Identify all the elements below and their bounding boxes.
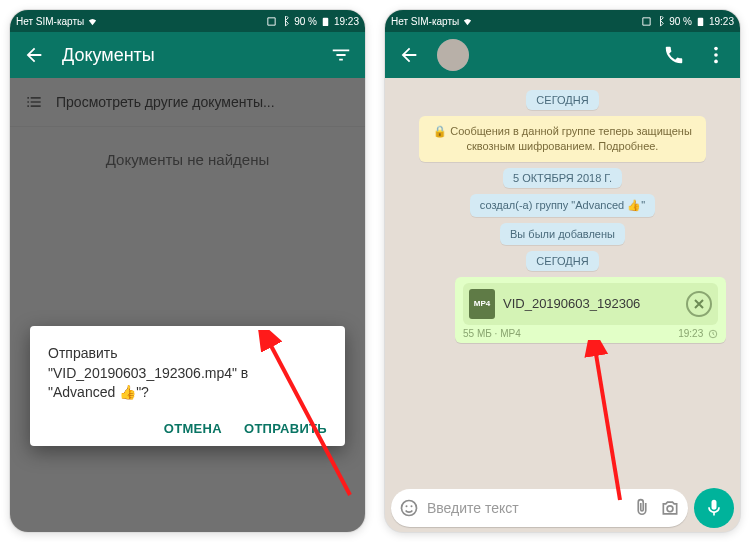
svg-point-4 — [714, 53, 718, 57]
svg-point-7 — [402, 501, 417, 516]
cancel-button[interactable]: ОТМЕНА — [164, 421, 222, 436]
bluetooth-icon — [655, 16, 666, 27]
dialog-line1: Отправить — [48, 345, 117, 361]
phone-plus-icon — [663, 44, 685, 66]
file-size: 55 МБ · MP4 — [463, 328, 521, 339]
date-chip-today: СЕГОДНЯ — [526, 90, 598, 110]
filter-button[interactable] — [327, 41, 355, 69]
svg-point-3 — [714, 47, 718, 51]
date-chip-today-2: СЕГОДНЯ — [526, 251, 598, 271]
appbar-documents: Документы — [10, 32, 365, 78]
battery-text: 90 % — [669, 16, 692, 27]
file-name: VID_20190603_192306 — [503, 296, 678, 311]
message-input-bar: Введите текст — [385, 484, 740, 532]
phone-left: Нет SIM-карты 90 % 19:23 Документы — [10, 10, 365, 532]
back-button[interactable] — [395, 41, 423, 69]
modal-scrim[interactable] — [10, 78, 365, 532]
call-button[interactable] — [660, 41, 688, 69]
carrier-text: Нет SIM-карты — [391, 16, 459, 27]
file-attachment[interactable]: MP4 VID_20190603_192306 — [463, 283, 718, 325]
group-avatar[interactable] — [437, 39, 469, 71]
menu-button[interactable] — [702, 41, 730, 69]
bluetooth-icon — [280, 16, 291, 27]
wifi-icon — [462, 16, 473, 27]
arrow-left-icon — [398, 44, 420, 66]
arrow-left-icon — [23, 44, 45, 66]
close-icon — [694, 299, 704, 309]
appbar-chat — [385, 32, 740, 78]
back-button[interactable] — [20, 41, 48, 69]
svg-point-8 — [406, 505, 408, 507]
message-input[interactable]: Введите текст — [391, 489, 688, 527]
emoji-icon[interactable] — [399, 498, 419, 518]
camera-icon[interactable] — [660, 498, 680, 518]
clock-text: 19:23 — [334, 16, 359, 27]
status-bar: Нет SIM-карты 90 % 19:23 — [10, 10, 365, 32]
send-button[interactable]: ОТПРАВИТЬ — [244, 421, 327, 436]
filter-icon — [330, 44, 352, 66]
page-title: Документы — [62, 45, 313, 66]
voice-record-button[interactable] — [694, 488, 734, 528]
battery-text: 90 % — [294, 16, 317, 27]
documents-body: Просмотреть другие документы... Документ… — [10, 78, 365, 532]
clock-text: 19:23 — [709, 16, 734, 27]
send-dialog: Отправить "VID_20190603_192306.mp4" в "A… — [30, 326, 345, 446]
dialog-line2: "VID_20190603_192306.mp4" в — [48, 365, 248, 381]
svg-rect-0 — [323, 17, 329, 25]
mic-icon — [704, 498, 724, 518]
svg-point-5 — [714, 60, 718, 64]
system-group-created: создал(-а) группу "Advanced 👍" — [470, 194, 655, 217]
time-text: 19:23 — [678, 328, 703, 339]
carrier-text: Нет SIM-карты — [16, 16, 84, 27]
cancel-upload-button[interactable] — [686, 291, 712, 317]
phone-right: Нет SIM-карты 90 % 19:23 — [385, 10, 740, 532]
input-placeholder: Введите текст — [427, 500, 624, 516]
status-bar: Нет SIM-карты 90 % 19:23 — [385, 10, 740, 32]
date-chip: 5 ОКТЯБРЯ 2018 Г. — [503, 168, 622, 188]
clock-icon — [708, 329, 718, 339]
chat-body[interactable]: СЕГОДНЯ 🔒 Сообщения в данной группе тепе… — [385, 78, 740, 484]
attach-icon[interactable] — [632, 498, 652, 518]
battery-icon — [320, 16, 331, 27]
battery-icon — [695, 16, 706, 27]
dialog-message: Отправить "VID_20190603_192306.mp4" в "A… — [48, 344, 327, 403]
more-vert-icon — [705, 44, 727, 66]
file-type-badge: MP4 — [469, 289, 495, 319]
svg-point-9 — [411, 505, 413, 507]
system-you-added: Вы были добавлены — [500, 223, 625, 245]
message-time: 19:23 — [678, 328, 718, 339]
wifi-icon — [87, 16, 98, 27]
svg-rect-2 — [698, 17, 704, 25]
encryption-notice[interactable]: 🔒 Сообщения в данной группе теперь защищ… — [419, 116, 706, 162]
nfc-icon — [266, 16, 277, 27]
outgoing-file-message[interactable]: MP4 VID_20190603_192306 55 МБ · MP4 19:2… — [455, 277, 726, 343]
svg-point-10 — [667, 506, 673, 512]
dialog-line3: "Advanced 👍"? — [48, 384, 149, 400]
nfc-icon — [641, 16, 652, 27]
